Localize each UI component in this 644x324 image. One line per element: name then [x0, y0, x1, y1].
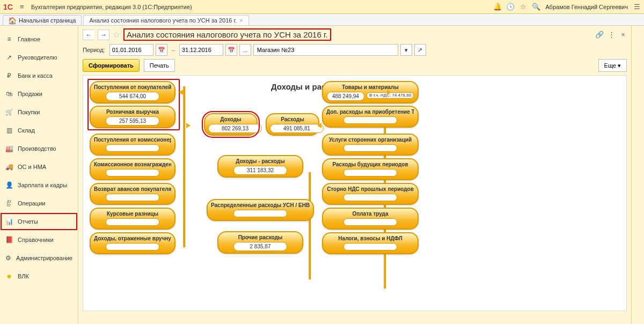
print-button[interactable]: Печать	[144, 59, 175, 72]
barchart-icon: 📊	[5, 218, 13, 225]
node-currency-diff[interactable]: Курсовые разницы	[90, 208, 175, 230]
node-other-exp[interactable]: Прочие расходы2 835,87	[217, 231, 303, 254]
node-advance-return[interactable]: Возврат авансов покупателям	[90, 183, 175, 205]
history-icon[interactable]: 🕓	[507, 3, 514, 11]
sidebar-item-catalogs[interactable]: 📕Справочники	[0, 231, 78, 249]
node-value: 544 674,00	[106, 92, 159, 101]
menu-icon[interactable]: ≡	[18, 3, 26, 11]
node-income-minus-exp[interactable]: Доходы - расходы311 183,32	[217, 155, 303, 178]
node-add-exp-tmc[interactable]: Доп. расходы на приобретение ТМЦ	[322, 106, 419, 128]
org-dropdown-icon[interactable]: ▾	[400, 44, 412, 56]
sidebar-item-sales[interactable]: 🛍Продажи	[0, 85, 78, 103]
node-value	[106, 218, 159, 226]
forward-button[interactable]: →	[98, 30, 109, 40]
calendar-icon[interactable]: 📅	[156, 44, 167, 56]
node-title: Доходы, отраженные вручную	[94, 235, 171, 241]
node-commissioners[interactable]: Поступления от комиссионеров	[90, 134, 175, 156]
node-goods[interactable]: Товары и материалы488 249,94В т.ч. НДС: …	[322, 81, 419, 104]
sidebar-item-label: Администрирование	[16, 255, 72, 261]
ruble-icon: ₽	[5, 72, 13, 79]
sidebar-item-label: Зарплата и кадры	[18, 182, 67, 188]
org-input[interactable]	[253, 44, 398, 56]
search-icon[interactable]: 🔍	[532, 3, 540, 11]
title-row: ←→ ☆ Анализ состояния налогового учета п…	[83, 28, 627, 41]
tabs-row: 🏠 Начальная страница Анализ состояния на…	[0, 14, 644, 26]
sidebar-item-purchases[interactable]: 🛒Покупки	[0, 103, 78, 121]
node-manual-income[interactable]: Доходы, отраженные вручную	[90, 232, 175, 254]
node-expenses[interactable]: Расходы491 085,81	[266, 113, 319, 136]
calendar-icon[interactable]: 📅	[225, 44, 237, 56]
node-title: Товары и материалы	[326, 84, 414, 90]
sidebar-item-main[interactable]: ≡Главное	[0, 30, 78, 48]
close-panel-icon[interactable]: ×	[619, 31, 627, 39]
main-area: ≡Главное ↗Руководителю ₽Банк и касса 🛍Пр…	[0, 26, 644, 324]
sidebar-item-label: Операции	[18, 200, 45, 207]
sidebar-item-warehouse[interactable]: ▥Склад	[0, 121, 78, 139]
org-open-button[interactable]: ↗	[414, 44, 426, 56]
node-value	[343, 194, 397, 201]
sidebar-item-admin[interactable]: ⚙Администрирование	[0, 249, 78, 267]
node-future-exp[interactable]: Расходы будущих периодов	[322, 158, 419, 180]
node-income-buyers[interactable]: Поступления от покупателей544 674,00	[90, 81, 175, 104]
link-icon[interactable]: 🔗	[596, 31, 603, 39]
sidebar-item-label: ОС и НМА	[18, 164, 46, 170]
connector-line	[183, 86, 185, 247]
node-value: 491 085,81	[270, 124, 324, 133]
sidebar-item-bank[interactable]: ₽Банк и касса	[0, 67, 78, 85]
book-icon: 📕	[5, 236, 13, 244]
node-title: Оплата труда	[326, 211, 414, 217]
back-button[interactable]: ←	[83, 30, 94, 40]
date-from-input[interactable]	[109, 44, 153, 56]
gear-icon: ⚙	[5, 254, 11, 262]
kebab-icon[interactable]: ⋮	[608, 31, 615, 39]
sidebar-item-os-nma[interactable]: 🚚ОС и НМА	[0, 158, 78, 176]
close-icon[interactable]: ×	[239, 17, 243, 24]
arrow-icon	[186, 123, 191, 128]
sidebar-item-operations[interactable]: Дт КтОперации	[0, 194, 78, 212]
node-value	[343, 218, 397, 226]
node-value	[343, 169, 397, 176]
connector-line	[309, 172, 310, 279]
header-right: 🔔 🕓 ☆ 🔍 Абрамов Геннадий Сергеевич ☰	[494, 3, 641, 11]
sidebar-item-hr[interactable]: 👤Зарплата и кадры	[0, 176, 78, 194]
node-title: Поступления от покупателей	[94, 84, 171, 90]
app-title: Бухгалтерия предприятия, редакция 3.0 (1…	[31, 4, 192, 10]
bell-icon[interactable]: 🔔	[494, 3, 501, 11]
date-to-input[interactable]	[179, 44, 223, 56]
node-title: Доходы - расходы	[222, 158, 299, 164]
node-title: Налоги, взносы и НДФЛ	[326, 235, 414, 241]
app-header: 1C ≡ Бухгалтерия предприятия, редакция 3…	[0, 0, 644, 14]
node-wages[interactable]: Оплата труда	[322, 208, 419, 230]
tab-current[interactable]: Анализ состояния налогового учета по УСН…	[83, 15, 248, 25]
sidebar-item-label: Продажи	[18, 91, 42, 97]
tab-home-label: Начальная страница	[19, 17, 76, 24]
node-title: Услуги сторонних организаций	[326, 137, 414, 143]
node-services[interactable]: Услуги сторонних организаций	[322, 134, 419, 156]
dropdown-icon[interactable]: ☰	[633, 3, 641, 11]
node-storno-nds[interactable]: Сторно НДС прошлых периодов	[322, 183, 419, 205]
node-value	[106, 243, 159, 251]
star-icon[interactable]: ☆	[519, 3, 527, 11]
sidebar-item-reports[interactable]: 📊Отчеты	[0, 212, 78, 231]
more-button[interactable]: Еще ▾	[598, 59, 627, 72]
favorite-icon[interactable]: ☆	[113, 30, 120, 40]
content: ←→ ☆ Анализ состояния налогового учета п…	[78, 26, 631, 324]
sidebar-item-production[interactable]: 🏭Производство	[0, 139, 78, 158]
sidebar-item-vlk[interactable]: ●ВЛК	[0, 267, 78, 285]
node-value: 311 183,32	[233, 166, 287, 175]
form-button[interactable]: Сформировать	[83, 59, 140, 72]
bag-icon: 🛍	[5, 90, 13, 98]
node-distributed-exp[interactable]: Распределенные расходы УСН / ЕНВД	[207, 199, 314, 221]
node-title: Распределенные расходы УСН / ЕНВД	[211, 202, 310, 208]
diagram-canvas: Доходы и расходы УСН Поступления от поку…	[83, 75, 627, 311]
node-income[interactable]: Доходы802 269,13	[204, 113, 258, 136]
sidebar-item-manager[interactable]: ↗Руководителю	[0, 48, 78, 67]
tab-home[interactable]: 🏠 Начальная страница	[3, 15, 82, 25]
node-taxes[interactable]: Налоги, взносы и НДФЛ	[322, 232, 419, 254]
node-retail-rev[interactable]: Розничная выручка257 595,13	[90, 106, 175, 128]
period-label: Период:	[83, 47, 107, 53]
user-name[interactable]: Абрамов Геннадий Сергеевич	[545, 4, 628, 10]
period-toolbar: Период: 📅 – 📅 ... ▾ ↗	[83, 44, 627, 56]
node-commission-fee[interactable]: Комиссионное вознаграждение	[90, 158, 175, 180]
period-ellipsis-button[interactable]: ...	[239, 44, 251, 56]
